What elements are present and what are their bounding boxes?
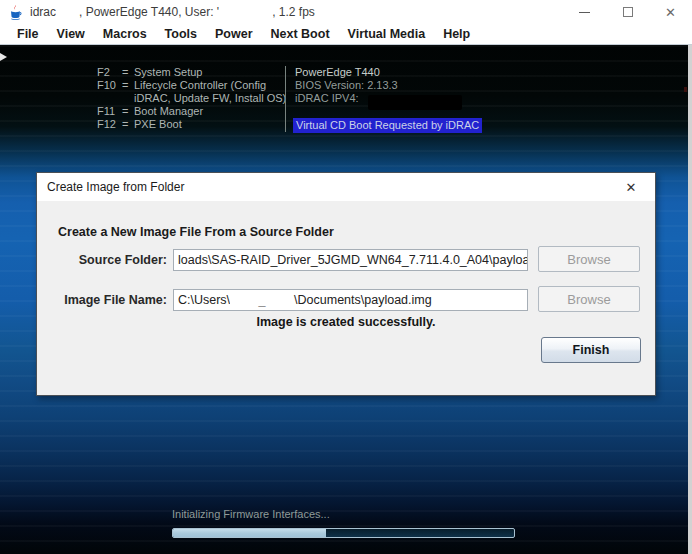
image-browse-button[interactable]: Browse <box>538 286 640 312</box>
window-title: idrac , PowerEdge T440, User: ' , 1.2 fp… <box>30 5 315 19</box>
dialog-titlebar[interactable]: Create Image from Folder ✕ <box>37 173 655 201</box>
image-file-label: Image File Name: <box>37 293 167 307</box>
hotkey-row: F10=Lifecycle Controller (Config <box>97 79 286 92</box>
redaction-box <box>368 95 462 110</box>
finish-button[interactable]: Finish <box>541 337 641 363</box>
create-image-dialog: Create Image from Folder ✕ Create a New … <box>36 172 656 396</box>
menu-tools[interactable]: Tools <box>156 27 206 41</box>
boot-progress-fill <box>173 529 326 537</box>
screen-artifact <box>684 87 687 92</box>
minimize-icon <box>579 12 590 13</box>
console-viewport: F2=System Setup F10=Lifecycle Controller… <box>0 45 692 554</box>
maximize-button[interactable] <box>606 0 649 24</box>
bios-version: BIOS Version: 2.13.3 <box>295 79 398 92</box>
source-folder-label: Source Folder: <box>37 253 167 267</box>
boot-status-text: Initializing Firmware Interfaces... <box>172 508 330 520</box>
dialog-heading: Create a New Image File From a Source Fo… <box>58 225 334 239</box>
boot-progress-bar <box>172 528 515 538</box>
dialog-title: Create Image from Folder <box>37 180 184 194</box>
image-file-input[interactable]: C:\Users\_\Documents\payload.img <box>173 289 528 311</box>
menu-help[interactable]: Help <box>434 27 479 41</box>
minimize-button[interactable] <box>563 0 606 24</box>
hotkey-continuation: iDRAC, Update FW, Install OS) <box>97 92 286 105</box>
menu-macros[interactable]: Macros <box>94 27 156 41</box>
close-button[interactable]: ✕ <box>649 0 692 24</box>
bios-hotkey-list: F2=System Setup F10=Lifecycle Controller… <box>97 66 286 131</box>
bios-model: PowerEdge T440 <box>295 66 398 79</box>
maximize-icon <box>623 7 633 17</box>
bios-column-divider <box>285 66 286 132</box>
virtual-cd-boot-notice: Virtual CD Boot Requested by iDRAC <box>293 118 482 133</box>
redacted-username: _ <box>230 290 294 310</box>
redacted-gap <box>219 6 272 18</box>
window-right-border <box>688 45 692 554</box>
menu-file[interactable]: File <box>8 27 48 41</box>
menu-bar: File View Macros Tools Power Next Boot V… <box>0 24 692 45</box>
hotkey-row: F12=PXE Boot <box>97 118 286 131</box>
cursor-arrow-icon <box>0 53 7 61</box>
window-titlebar: idrac , PowerEdge T440, User: ' , 1.2 fp… <box>0 0 692 24</box>
dialog-close-button[interactable]: ✕ <box>617 173 645 201</box>
redacted-gap <box>56 6 79 18</box>
bios-system-info: PowerEdge T440 BIOS Version: 2.13.3 iDRA… <box>295 66 398 105</box>
menu-virtual-media[interactable]: Virtual Media <box>339 27 435 41</box>
source-browse-button[interactable]: Browse <box>538 246 640 272</box>
hotkey-row: F11=Boot Manager <box>97 105 286 118</box>
hotkey-row: F2=System Setup <box>97 66 286 79</box>
window-controls: ✕ <box>563 0 692 24</box>
java-coffee-icon <box>8 4 23 20</box>
close-icon: ✕ <box>665 6 676 19</box>
menu-view[interactable]: View <box>48 27 94 41</box>
close-icon: ✕ <box>626 180 637 195</box>
menu-power[interactable]: Power <box>206 27 262 41</box>
status-message: Image is created successfully. <box>37 315 655 329</box>
source-folder-input[interactable]: loads\SAS-RAID_Driver_5JGMD_WN64_7.711.4… <box>173 249 528 271</box>
menu-next-boot[interactable]: Next Boot <box>262 27 339 41</box>
